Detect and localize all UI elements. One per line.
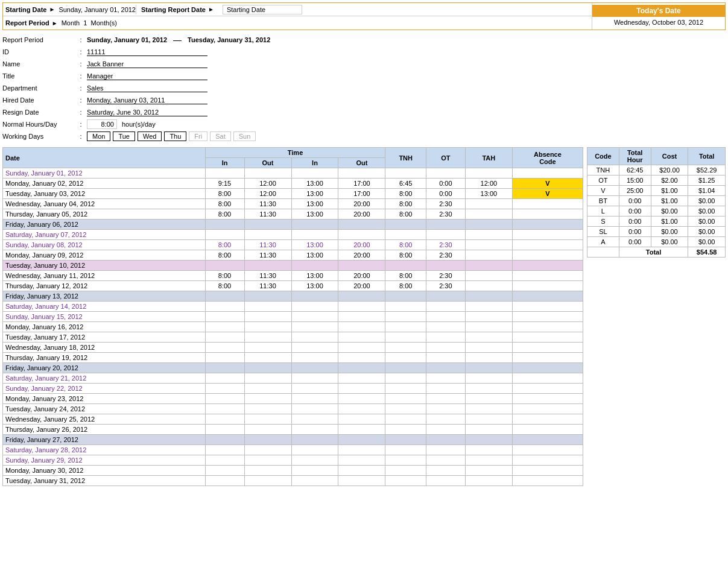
- date-cell: Friday, January 20, 2012: [3, 363, 206, 373]
- in1-cell: [205, 363, 244, 373]
- out2-cell: [338, 425, 385, 435]
- colon-1: :: [75, 36, 87, 43]
- normal-hours-label: Normal Hours/Day: [2, 121, 75, 128]
- tnh-cell: [385, 445, 426, 455]
- in1-cell: 8:00: [205, 189, 244, 199]
- tah-cell: [465, 322, 512, 332]
- date-cell: Wednesday, January 25, 2012: [3, 414, 206, 425]
- in1-cell: [205, 168, 244, 179]
- tnh-cell: [385, 373, 426, 384]
- starting-date-col3[interactable]: Starting Date: [223, 5, 302, 14]
- cost-cell: $1.00: [651, 186, 688, 196]
- hour-cell: 0:00: [619, 237, 651, 247]
- starting-date-label: Starting Date: [5, 6, 46, 13]
- id-row: ID : 11111: [2, 46, 726, 58]
- out2-cell: [338, 384, 385, 394]
- side-tfoot: Total$54.58: [587, 247, 726, 258]
- absence-cell: [512, 476, 583, 486]
- out1-cell: [244, 332, 291, 343]
- tah-cell: [465, 414, 512, 425]
- resign-date-row: Resign Date : Saturday, June 30, 2012: [2, 106, 726, 118]
- out1-cell: 11:30: [244, 281, 291, 291]
- out2-cell: 20:00: [338, 240, 385, 250]
- total-label: Total: [619, 247, 688, 258]
- ot-cell: [426, 312, 465, 322]
- out1-cell: [244, 343, 291, 353]
- side-table-row: BT0:00$1.00$0.00: [587, 196, 726, 206]
- tnh-header: TNH: [385, 148, 426, 168]
- time-header: Time: [205, 148, 385, 158]
- in2-cell: 13:00: [291, 209, 338, 220]
- tnh-cell: [385, 425, 426, 435]
- in2-cell: 13:00: [291, 281, 338, 291]
- out1-cell: [244, 414, 291, 425]
- absence-cell: [512, 168, 583, 179]
- out2-cell: [338, 220, 385, 230]
- side-total-row: Total$54.58: [587, 247, 726, 258]
- id-label: ID: [2, 48, 75, 55]
- time-out2-header: Out: [338, 158, 385, 168]
- department-value: Sales: [87, 84, 207, 92]
- date-cell: Thursday, January 05, 2012: [3, 209, 206, 220]
- absence-cell: V: [512, 189, 583, 199]
- ot-cell: [426, 220, 465, 230]
- title-label: Title: [2, 72, 75, 80]
- table-row: Sunday, January 08, 20128:0011:3013:0020…: [3, 240, 583, 250]
- date-cell: Sunday, January 01, 2012: [3, 168, 206, 179]
- in2-cell: 13:00: [291, 189, 338, 199]
- arrow-icon-3: ►: [52, 20, 58, 27]
- ot-cell: [426, 435, 465, 445]
- in1-cell: 8:00: [205, 281, 244, 291]
- date-cell: Tuesday, January 24, 2012: [3, 404, 206, 414]
- total-cell: $0.00: [688, 237, 726, 247]
- out2-cell: 17:00: [338, 179, 385, 189]
- tah-cell: [465, 466, 512, 476]
- tnh-cell: [385, 332, 426, 343]
- table-row: Tuesday, January 17, 2012: [3, 332, 583, 343]
- tah-cell: [465, 168, 512, 179]
- out2-cell: [338, 476, 385, 486]
- report-period-info-row: Report Period : Sunday, January 01, 2012…: [2, 34, 726, 46]
- in1-cell: [205, 373, 244, 384]
- total-cell: $1.25: [688, 176, 726, 186]
- tah-cell: [465, 394, 512, 404]
- tah-cell: [465, 332, 512, 343]
- in1-cell: [205, 291, 244, 302]
- in2-cell: [291, 220, 338, 230]
- ot-cell: [426, 373, 465, 384]
- code-cell: BT: [587, 196, 619, 206]
- period-dash: —: [173, 35, 182, 45]
- report-period-unit: Month(s): [91, 19, 117, 27]
- ot-cell: 2:30: [426, 271, 465, 281]
- absence-cell: [512, 394, 583, 404]
- code-header: Code: [587, 148, 619, 165]
- out2-cell: [338, 302, 385, 312]
- out2-cell: [338, 261, 385, 271]
- absence-cell: V: [512, 179, 583, 189]
- header-left: Starting Date ► Sunday, January 01, 2012…: [3, 3, 592, 30]
- table-row: Friday, January 27, 2012: [3, 435, 583, 445]
- date-cell: Saturday, January 14, 2012: [3, 302, 206, 312]
- tnh-cell: [385, 404, 426, 414]
- title-row: Title : Manager: [2, 70, 726, 82]
- table-row: Monday, January 02, 20129:1512:0013:0017…: [3, 179, 583, 189]
- date-cell: Saturday, January 21, 2012: [3, 373, 206, 384]
- out2-cell: [338, 230, 385, 240]
- date-cell: Friday, January 27, 2012: [3, 435, 206, 445]
- day-box-sat: Sat: [210, 131, 231, 141]
- out1-cell: 11:30: [244, 250, 291, 261]
- table-row: Tuesday, January 10, 2012: [3, 261, 583, 271]
- table-row: Thursday, January 12, 20128:0011:3013:00…: [3, 281, 583, 291]
- in2-cell: [291, 384, 338, 394]
- tah-cell: [465, 445, 512, 455]
- code-cell: S: [587, 217, 619, 227]
- total-header: Total: [688, 148, 726, 165]
- total-cell: $0.00: [688, 217, 726, 227]
- date-cell: Thursday, January 26, 2012: [3, 425, 206, 435]
- absence-cell: [512, 353, 583, 363]
- tah-cell: [465, 261, 512, 271]
- tnh-cell: 8:00: [385, 271, 426, 281]
- out2-cell: [338, 343, 385, 353]
- table-row: Monday, January 16, 2012: [3, 322, 583, 332]
- table-row: Saturday, January 28, 2012: [3, 445, 583, 455]
